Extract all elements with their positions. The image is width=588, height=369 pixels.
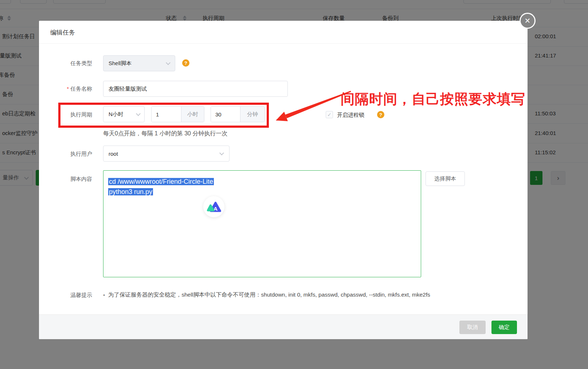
- chevron-down-icon: [166, 60, 170, 65]
- task-type-value: Shell脚本: [109, 60, 132, 67]
- required-star: *: [67, 86, 69, 92]
- confirm-button[interactable]: 确定: [491, 321, 517, 334]
- process-lock-checkbox[interactable]: ✓: [326, 111, 333, 118]
- task-type-label: 任务类型: [48, 60, 92, 67]
- cycle-hint-text: 每天0点开始，每隔 1 小时的第 30 分钟执行一次: [103, 130, 227, 138]
- cycle-hour-group: 小时: [151, 106, 204, 122]
- cycle-minute-input[interactable]: [211, 107, 240, 122]
- dialog-footer: 取消 确定: [39, 314, 528, 339]
- script-label: 脚本内容: [48, 176, 92, 183]
- aapanel-logo-watermark: A: [203, 196, 224, 217]
- task-name-label: *任务名称: [48, 86, 92, 92]
- tips-text: 为了保证服务器的安全稳定，shell脚本中以下命令不可使用：shutdown, …: [108, 291, 430, 299]
- close-icon[interactable]: ✕: [520, 13, 536, 29]
- script-line: python3 run.py: [108, 187, 416, 197]
- task-type-select[interactable]: Shell脚本: [103, 55, 175, 71]
- aapanel-logo-icon: A: [207, 201, 221, 213]
- cycle-label: 执行周期: [48, 111, 92, 118]
- selected-text: cd /www/wwwroot/Friend-Circle-Lite: [108, 178, 214, 185]
- task-name-input[interactable]: [103, 81, 288, 97]
- minute-unit-label: 分钟: [240, 107, 264, 122]
- selected-text: python3 run.py: [108, 188, 153, 195]
- cycle-type-select[interactable]: N小时: [103, 106, 145, 122]
- cycle-hour-input[interactable]: [152, 107, 181, 122]
- chevron-down-icon: [136, 111, 141, 116]
- dialog-title: 编辑任务: [50, 28, 75, 37]
- exec-user-value: root: [109, 151, 118, 157]
- script-line: cd /www/wwwroot/Friend-Circle-Lite: [108, 176, 416, 187]
- hour-unit-label: 小时: [181, 107, 204, 122]
- script-content-editor[interactable]: cd /www/wwwroot/Friend-Circle-Lite pytho…: [103, 170, 421, 277]
- exec-user-select[interactable]: root: [103, 146, 230, 162]
- dialog-header: 编辑任务: [39, 21, 528, 44]
- tips-label: 温馨提示: [48, 292, 92, 299]
- help-icon[interactable]: ?: [377, 111, 384, 118]
- chevron-down-icon: [219, 151, 224, 155]
- help-icon[interactable]: ?: [182, 59, 189, 67]
- task-name-label-text: 任务名称: [70, 86, 92, 92]
- exec-user-label: 执行用户: [48, 151, 92, 158]
- process-lock-label: 开启进程锁: [337, 112, 364, 119]
- cancel-button[interactable]: 取消: [459, 321, 486, 334]
- edit-task-dialog: 编辑任务 任务类型 Shell脚本 ? *任务名称 执行周期 N小时 小时 分钟…: [39, 21, 528, 339]
- tips-bullet: •: [103, 292, 105, 298]
- cycle-minute-group: 分钟: [211, 106, 265, 122]
- select-script-button[interactable]: 选择脚本: [426, 171, 465, 186]
- cycle-type-value: N小时: [109, 111, 124, 118]
